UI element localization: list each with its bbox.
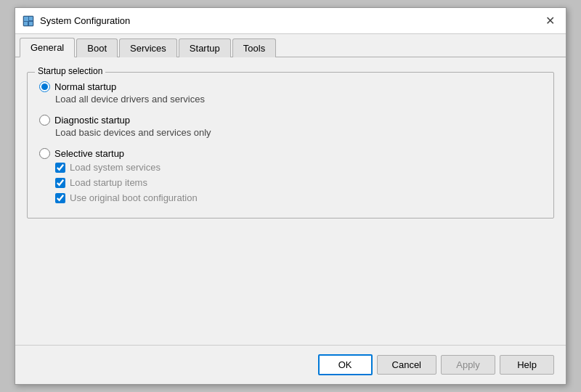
tabs-bar: General Boot Services Startup Tools xyxy=(15,34,566,57)
svg-rect-2 xyxy=(29,17,33,20)
selective-startup-checkboxes: Load system services Load startup items … xyxy=(55,162,542,203)
diagnostic-startup-option: Diagnostic startup Load basic devices an… xyxy=(39,115,542,138)
system-config-icon xyxy=(23,15,34,27)
svg-rect-4 xyxy=(29,22,33,25)
use-original-boot-config-row: Use original boot configuration xyxy=(55,192,542,203)
load-startup-items-label[interactable]: Load startup items xyxy=(70,177,147,188)
tab-tools[interactable]: Tools xyxy=(232,38,276,57)
load-startup-items-checkbox[interactable] xyxy=(55,178,65,188)
selective-startup-option: Selective startup Load system services L… xyxy=(39,148,542,203)
tab-startup[interactable]: Startup xyxy=(179,38,231,57)
selective-startup-label[interactable]: Selective startup xyxy=(54,148,124,159)
load-system-services-checkbox[interactable] xyxy=(55,163,65,173)
normal-startup-option: Normal startup Load all device drivers a… xyxy=(39,81,542,105)
diagnostic-startup-label[interactable]: Diagnostic startup xyxy=(54,115,130,126)
cancel-button[interactable]: Cancel xyxy=(377,355,436,375)
svg-rect-3 xyxy=(24,22,28,25)
use-original-boot-config-label[interactable]: Use original boot configuration xyxy=(70,192,198,203)
tab-general[interactable]: General xyxy=(20,38,75,57)
use-original-boot-config-checkbox[interactable] xyxy=(55,193,65,203)
group-box-label: Startup selection xyxy=(35,66,105,76)
tab-boot[interactable]: Boot xyxy=(76,38,118,57)
normal-startup-label[interactable]: Normal startup xyxy=(54,81,116,92)
window-title: System Configuration xyxy=(40,15,130,26)
diagnostic-startup-desc: Load basic devices and services only xyxy=(55,127,542,138)
normal-startup-radio[interactable] xyxy=(39,81,50,92)
normal-startup-row: Normal startup xyxy=(39,81,542,92)
title-bar: System Configuration ✕ xyxy=(15,8,566,34)
title-bar-left: System Configuration xyxy=(23,15,130,27)
ok-button[interactable]: OK xyxy=(318,354,373,375)
selective-startup-radio[interactable] xyxy=(39,148,50,159)
diagnostic-startup-row: Diagnostic startup xyxy=(39,115,542,126)
selective-startup-row: Selective startup xyxy=(39,148,542,159)
diagnostic-startup-radio[interactable] xyxy=(39,115,50,126)
load-startup-items-row: Load startup items xyxy=(55,177,542,188)
system-config-dialog: System Configuration ✕ General Boot Serv… xyxy=(15,7,566,385)
svg-rect-1 xyxy=(24,17,28,21)
content-area: Startup selection Normal startup Load al… xyxy=(15,57,566,345)
startup-selection-group: Startup selection Normal startup Load al… xyxy=(27,72,554,219)
load-system-services-label[interactable]: Load system services xyxy=(70,162,161,173)
tab-services[interactable]: Services xyxy=(119,38,177,57)
load-system-services-row: Load system services xyxy=(55,162,542,173)
normal-startup-desc: Load all device drivers and services xyxy=(55,94,542,105)
help-button[interactable]: Help xyxy=(500,355,554,375)
footer: OK Cancel Apply Help xyxy=(15,345,566,384)
close-button[interactable]: ✕ xyxy=(541,12,558,30)
apply-button[interactable]: Apply xyxy=(441,355,495,375)
